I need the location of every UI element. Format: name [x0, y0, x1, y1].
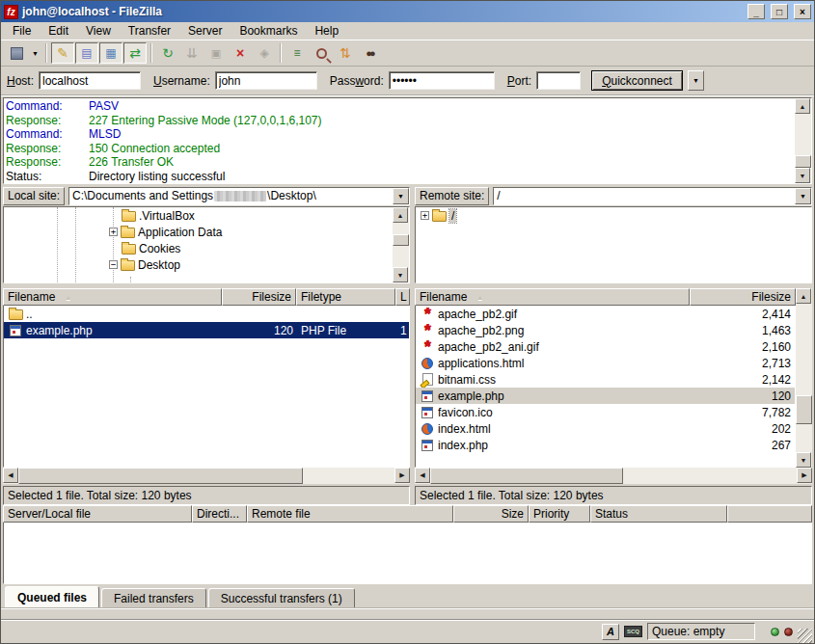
disconnect-button[interactable]: × — [229, 42, 252, 64]
local-site-combo[interactable]: C:\Documents and Settings\Desktop\ ▼ — [68, 187, 410, 205]
tree-item-application-data[interactable]: + Application Data — [4, 224, 393, 240]
toggle-queue-button[interactable]: ⇄ — [123, 42, 147, 64]
scroll-down-icon[interactable]: ▼ — [795, 168, 810, 183]
column-header-server-local-file[interactable]: Server/Local file — [3, 505, 192, 523]
toggle-message-log-button[interactable]: ✎ — [51, 42, 74, 64]
column-header-filesize[interactable]: Filesize — [690, 288, 796, 306]
port-input[interactable] — [536, 71, 581, 90]
tab-successful-transfers[interactable]: Successful transfers (1) — [208, 588, 355, 607]
title-bar[interactable]: fz john@localhost - FileZilla _ □ × — [1, 1, 814, 22]
menu-file[interactable]: File — [5, 23, 39, 39]
tree-item-desktop[interactable]: − Desktop — [4, 256, 393, 273]
scroll-down-icon[interactable]: ▼ — [796, 452, 811, 468]
find-files-button[interactable]: ●● — [358, 42, 381, 64]
speed-limits-indicator: SCQ — [624, 626, 642, 637]
scroll-up-icon[interactable]: ▲ — [393, 207, 408, 223]
remote-file-row[interactable]: favicon.ico 7,782 — [416, 404, 795, 420]
combo-dropdown-icon[interactable]: ▼ — [795, 188, 811, 204]
directory-comparison-button[interactable] — [310, 42, 333, 64]
scroll-thumb[interactable] — [795, 155, 811, 168]
scroll-thumb[interactable] — [430, 468, 623, 484]
host-input[interactable] — [39, 71, 141, 90]
scroll-left-icon[interactable]: ◀ — [3, 468, 18, 483]
column-header-status[interactable]: Status — [590, 505, 727, 523]
site-manager-button[interactable] — [5, 42, 28, 64]
menu-bookmarks[interactable]: Bookmarks — [231, 23, 305, 39]
column-header-filesize[interactable]: Filesize — [222, 288, 296, 306]
column-header-size[interactable]: Size — [453, 505, 529, 523]
local-file-row-example-php[interactable]: example.php 120 PHP File 1 — [4, 322, 409, 338]
menu-view[interactable]: View — [78, 23, 119, 39]
tree-item-root[interactable]: + / — [416, 207, 811, 224]
tab-queued-files[interactable]: Queued files — [5, 586, 99, 607]
refresh-button[interactable]: ↻ — [156, 42, 179, 64]
scroll-left-icon[interactable]: ◀ — [415, 468, 430, 483]
scroll-up-icon[interactable]: ▲ — [795, 98, 810, 114]
log-vertical-scrollbar[interactable]: ▲ ▼ — [795, 98, 811, 183]
combo-dropdown-icon[interactable]: ▼ — [393, 188, 409, 204]
remote-file-row-selected[interactable]: example.php 120 — [416, 388, 795, 404]
remote-file-row[interactable]: applications.html 2,713 — [416, 355, 795, 371]
transfer-type-indicator[interactable]: A — [602, 624, 619, 640]
scroll-thumb[interactable] — [18, 468, 303, 484]
quickconnect-button[interactable]: Quickconnect — [591, 70, 683, 91]
expand-icon[interactable]: + — [109, 228, 118, 236]
menu-edit[interactable]: Edit — [41, 23, 76, 39]
process-queue-icon: ⇊ — [186, 46, 198, 60]
cancel-operation-button[interactable]: ▣ — [204, 42, 228, 64]
remote-site-combo[interactable]: / ▼ — [493, 187, 812, 205]
local-file-row-parent[interactable]: .. — [4, 306, 409, 322]
remote-file-row[interactable]: apache_pb2.gif 2,414 — [416, 306, 795, 322]
menu-transfer[interactable]: Transfer — [121, 23, 178, 39]
close-button[interactable]: × — [794, 4, 811, 19]
queue-list-area[interactable] — [3, 523, 812, 584]
column-header-priority[interactable]: Priority — [529, 505, 590, 523]
local-horizontal-scrollbar[interactable]: ◀ ▶ — [3, 468, 410, 484]
remote-file-row[interactable]: bitnami.css 2,142 — [416, 371, 795, 388]
local-tree-scrollbar[interactable]: ▲ ▼ — [393, 207, 409, 282]
scroll-track[interactable] — [795, 114, 811, 155]
toggle-remote-tree-button[interactable]: ▦ — [99, 42, 122, 64]
filezilla-app-icon[interactable]: fz — [4, 5, 18, 19]
remote-file-row[interactable]: apache_pb2.png 1,463 — [416, 322, 795, 338]
minimize-button[interactable]: _ — [747, 4, 765, 19]
scroll-thumb[interactable] — [393, 234, 409, 246]
quickconnect-dropdown[interactable]: ▼ — [688, 70, 704, 91]
column-header-remote-file[interactable]: Remote file — [247, 505, 453, 523]
tree-item-cookies[interactable]: Cookies — [4, 240, 393, 256]
toggle-local-tree-button[interactable]: ▤ — [75, 42, 98, 64]
scroll-right-icon[interactable]: ▶ — [394, 468, 410, 483]
remote-file-row[interactable]: index.php 267 — [416, 437, 795, 453]
menu-server[interactable]: Server — [180, 23, 230, 39]
resize-grip[interactable] — [798, 629, 812, 643]
tab-failed-transfers[interactable]: Failed transfers — [101, 588, 206, 607]
server-icon — [11, 47, 23, 60]
filter-button[interactable]: ≡ — [285, 42, 309, 64]
site-manager-dropdown[interactable]: ▼ — [29, 42, 41, 64]
scroll-thumb[interactable] — [796, 395, 812, 424]
username-input[interactable] — [215, 71, 317, 90]
column-header-direction[interactable]: Directi... — [192, 505, 247, 523]
menu-help[interactable]: Help — [307, 23, 346, 39]
scroll-right-icon[interactable]: ▶ — [797, 468, 812, 483]
expand-icon[interactable]: + — [421, 211, 429, 220]
password-input[interactable] — [389, 71, 495, 90]
collapse-icon[interactable]: − — [109, 260, 118, 269]
column-header-filetype[interactable]: Filetype — [296, 288, 395, 306]
column-header-filename[interactable]: Filename▲ — [3, 288, 222, 306]
reconnect-button[interactable]: ◈ — [253, 42, 276, 64]
column-header-modified[interactable]: L — [395, 288, 410, 306]
remote-file-row[interactable]: index.html 202 — [416, 420, 795, 437]
column-header-filename[interactable]: Filename▲ — [415, 288, 690, 306]
scroll-down-icon[interactable]: ▼ — [393, 267, 408, 282]
remote-root-label: / — [449, 209, 456, 223]
remote-file-row[interactable]: apache_pb2_ani.gif 2,160 — [416, 338, 795, 355]
maximize-button[interactable]: □ — [771, 4, 788, 19]
remote-horizontal-scrollbar[interactable]: ◀ ▶ — [415, 468, 812, 484]
process-queue-button[interactable]: ⇊ — [180, 42, 204, 64]
php-file-icon — [8, 324, 23, 337]
scroll-up-icon[interactable]: ▲ — [796, 288, 811, 304]
synchronized-browsing-button[interactable]: ⇅ — [334, 42, 357, 64]
remote-vertical-scrollbar[interactable]: ▲ ▼ — [796, 288, 812, 468]
tree-item-virtualbox[interactable]: .VirtualBox — [4, 207, 393, 224]
